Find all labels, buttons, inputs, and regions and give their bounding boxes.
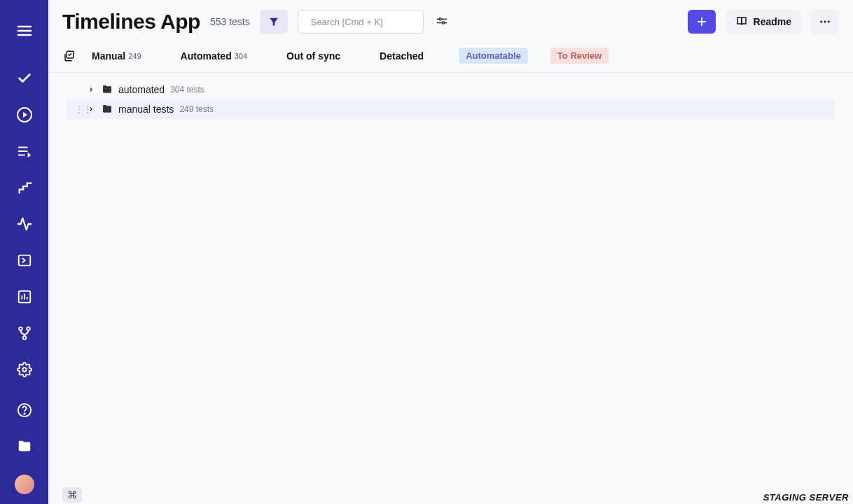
readme-label: Readme — [754, 16, 791, 27]
svg-point-24 — [442, 22, 444, 24]
svg-point-18 — [24, 413, 25, 414]
settings-sliders-icon[interactable] — [434, 13, 450, 30]
tests-count-label: 553 tests — [210, 16, 250, 27]
chart-icon[interactable] — [12, 284, 37, 309]
header: Timelines App 553 tests Readme — [48, 0, 853, 34]
check-icon[interactable] — [12, 66, 37, 91]
tab-out-of-sync[interactable]: Out of sync — [282, 50, 345, 62]
search-input[interactable] — [311, 17, 429, 27]
svg-point-16 — [22, 368, 27, 372]
environment-label: STAGING SERVER — [763, 492, 850, 503]
menu-icon[interactable] — [12, 18, 37, 43]
chip-to-review[interactable]: To Review — [550, 48, 609, 64]
tab-detached[interactable]: Detached — [375, 50, 428, 62]
svg-point-27 — [820, 21, 822, 23]
command-key-icon[interactable]: ⌘ — [62, 487, 82, 503]
drag-handle-icon[interactable]: ⋮⋮ — [75, 104, 82, 114]
tree-label-automated: automated — [118, 84, 165, 95]
svg-point-29 — [828, 21, 830, 23]
svg-point-28 — [824, 21, 826, 23]
gear-icon[interactable] — [12, 357, 37, 382]
folder-icon — [102, 104, 113, 115]
play-circle-icon[interactable] — [12, 102, 37, 127]
tab-automated[interactable]: Automated 304 — [176, 50, 251, 62]
tab-manual-label: Manual — [92, 50, 125, 62]
tree-row-manual[interactable]: ⋮⋮ manual tests 249 tests — [67, 99, 835, 119]
tree: ⋮⋮ automated 304 tests ⋮⋮ manual tests — [48, 73, 853, 119]
help-icon[interactable] — [12, 398, 37, 423]
playlist-icon[interactable] — [12, 139, 37, 164]
chip-automatable[interactable]: Automatable — [459, 48, 528, 64]
tree-row-automated[interactable]: ⋮⋮ automated 304 tests — [71, 80, 831, 99]
stairs-icon[interactable] — [12, 175, 37, 200]
activity-icon[interactable] — [12, 211, 37, 237]
tree-label-manual: manual tests — [118, 104, 174, 115]
search-box[interactable] — [298, 10, 424, 34]
tab-manual[interactable]: Manual 249 — [88, 50, 146, 62]
tree-count-manual: 249 tests — [179, 104, 214, 114]
filter-button[interactable] — [260, 10, 288, 34]
import-icon[interactable] — [12, 248, 37, 273]
footer: ⌘ STAGING SERVER — [48, 487, 853, 504]
svg-marker-4 — [23, 112, 27, 118]
book-icon — [735, 15, 748, 28]
sidebar — [0, 0, 48, 504]
chip-automatable-label: Automatable — [466, 50, 521, 61]
svg-point-15 — [22, 336, 26, 340]
readme-button[interactable]: Readme — [726, 10, 801, 34]
tab-automated-label: Automated — [181, 50, 232, 62]
tree-count-automated: 304 tests — [170, 85, 204, 94]
folder-icon[interactable] — [12, 434, 37, 459]
copy-check-icon[interactable] — [62, 49, 76, 63]
svg-point-13 — [19, 327, 22, 330]
tab-detached-label: Detached — [380, 50, 424, 62]
chevron-right-icon[interactable] — [88, 86, 96, 93]
page-title: Timelines App — [62, 10, 200, 34]
add-button[interactable] — [688, 10, 716, 34]
main: Timelines App 553 tests Readme — [48, 0, 853, 504]
tab-automated-count: 304 — [235, 52, 247, 60]
tabs-bar: Manual 249 Automated 304 Out of sync Det… — [48, 34, 853, 73]
branch-icon[interactable] — [12, 321, 37, 346]
folder-icon — [102, 84, 113, 95]
svg-point-14 — [27, 327, 30, 330]
chevron-right-icon[interactable] — [88, 106, 96, 113]
svg-point-22 — [439, 18, 441, 20]
more-button[interactable] — [811, 10, 839, 34]
tab-manual-count: 249 — [128, 52, 141, 60]
avatar[interactable] — [15, 475, 34, 494]
chip-to-review-label: To Review — [557, 50, 602, 61]
tab-out-of-sync-label: Out of sync — [286, 50, 340, 62]
